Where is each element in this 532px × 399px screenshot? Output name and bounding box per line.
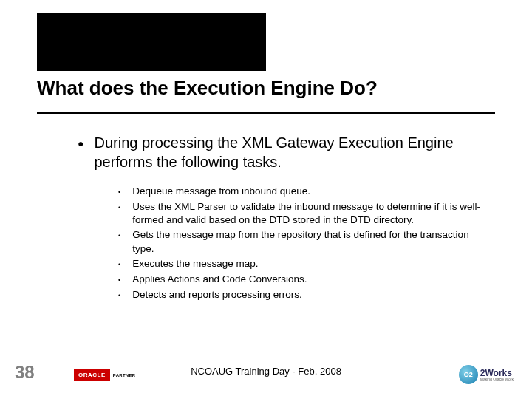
o2works-logo: O2 2Works Making Oracle Work <box>459 365 514 384</box>
o2works-tagline: Making Oracle Work <box>480 378 514 381</box>
main-bullet-text: During processing the XML Gateway Execut… <box>94 133 480 171</box>
footer-text: NCOAUG Training Day - Feb, 2008 <box>0 366 532 377</box>
list-item: • Executes the message map. <box>118 257 480 271</box>
bullet-icon: • <box>118 229 120 242</box>
o2works-text: 2Works Making Oracle Work <box>480 369 514 381</box>
header-black-box <box>37 13 266 71</box>
sub-bullet-text: Uses the XML Parser to validate the inbo… <box>132 200 480 227</box>
list-item: • Gets the message map from the reposito… <box>118 228 480 255</box>
content-area: ● During processing the XML Gateway Exec… <box>78 133 480 304</box>
bullet-icon: • <box>118 258 120 271</box>
list-item: • Dequeue message from inbound queue. <box>118 185 480 199</box>
o2works-name: 2Works <box>480 369 514 378</box>
sub-bullet-text: Dequeue message from inbound queue. <box>132 185 310 198</box>
list-item: • Applies Actions and Code Conversions. <box>118 273 480 287</box>
sub-bullet-text: Gets the message map from the repository… <box>132 228 480 255</box>
bullet-icon: • <box>118 273 120 287</box>
o2works-circle-icon: O2 <box>459 365 478 384</box>
slide-title: What does the Execution Engine Do? <box>37 77 495 100</box>
sub-bullet-text: Executes the message map. <box>132 257 258 270</box>
bullet-icon: • <box>118 185 120 199</box>
bullet-icon: • <box>118 201 120 214</box>
sub-bullet-text: Applies Actions and Code Conversions. <box>132 273 307 286</box>
sub-bullet-list: • Dequeue message from inbound queue. • … <box>118 185 480 302</box>
bullet-icon: ● <box>78 134 83 152</box>
bullet-icon: • <box>118 289 120 302</box>
main-bullet: ● During processing the XML Gateway Exec… <box>78 133 480 171</box>
list-item: • Uses the XML Parser to validate the in… <box>118 200 480 227</box>
sub-bullet-text: Detects and reports processing errors. <box>132 288 302 301</box>
title-bar: What does the Execution Engine Do? <box>37 77 495 114</box>
list-item: • Detects and reports processing errors. <box>118 288 480 302</box>
